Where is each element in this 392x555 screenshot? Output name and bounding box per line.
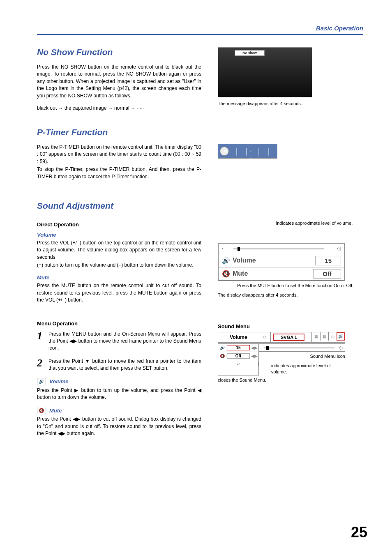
page-number: 25 xyxy=(351,524,367,541)
menu-mute-body: Press the Point ◀▶ button to cut off sou… xyxy=(37,416,201,437)
volume-osd: • •)) 🔊Volume 15 🔇Mute Off xyxy=(218,243,345,281)
sm-row-mute-arrows: ◀▶ xyxy=(250,354,258,358)
sm-track-speaker-icon: •)) xyxy=(339,345,343,350)
sm-icon-control: ⚙ xyxy=(259,332,271,342)
ptimer-colon: ·· xyxy=(249,148,251,161)
sound-menu-title: Sound Menu xyxy=(218,323,353,329)
sm-sound-icon: 🔊 xyxy=(337,332,345,341)
noshow-sequence: black out → the captured image → normal … xyxy=(37,105,201,111)
sm-row-exit-icon: ↵ xyxy=(218,362,258,366)
sound-heading: Sound Adjustment xyxy=(37,201,363,211)
noshow-caption: The message disappears after 4 seconds. xyxy=(218,101,353,107)
sm-icon1: ▦ xyxy=(312,332,320,341)
menu-volume-label: Volume xyxy=(49,378,68,385)
noshow-heading: No Show Function xyxy=(37,47,201,57)
step1-text: Press the MENU button and the On-Screen … xyxy=(48,331,201,352)
slider-thumb xyxy=(238,247,240,251)
mute-caption: Press the MUTE button to set the Mute fu… xyxy=(218,283,353,289)
ptimer-body1: Press the P-TIMER button on the remote c… xyxy=(37,144,201,165)
step2-num: 2 xyxy=(37,358,48,372)
header-title: Basic Operation xyxy=(37,25,363,32)
sm-row-vol-icon: 🔊 xyxy=(218,345,226,350)
osd-mute-icon: 🔇 xyxy=(222,270,230,278)
slider-track xyxy=(233,249,324,249)
sm-icon-label: Sound Menu icon xyxy=(259,353,345,359)
clock-icon xyxy=(220,147,229,156)
volume-label: Volume xyxy=(37,232,201,238)
sound-menu-osd: Volume ⚙ SVGA 1 ▦ ▦ ▭ 🔊 🔊 15 ◀▶ xyxy=(218,332,345,375)
noshow-body: Press the NO SHOW button on the remote c… xyxy=(37,64,201,99)
menu-op-title: Menu Operation xyxy=(37,320,201,327)
disappear-caption: The display disappears after 4 seconds. xyxy=(218,292,353,298)
noshow-osd-label: No show xyxy=(235,50,265,56)
ptimer-display: ｜｜ ·· ｜｜ xyxy=(218,144,277,159)
mute-label: Mute xyxy=(37,274,201,281)
sm-row-vol-val: 15 xyxy=(227,345,250,350)
sm-svga: SVGA 1 xyxy=(273,334,304,341)
osd-volume-value: 15 xyxy=(315,256,341,265)
noshow-preview: No show xyxy=(218,47,312,97)
sm-row-mute-val: Off xyxy=(227,353,250,359)
step1-num: 1 xyxy=(37,331,48,352)
osd-mute-label: Mute xyxy=(233,270,248,277)
menu-volume-body: Press the Point ▶ button to turn up the … xyxy=(37,387,201,401)
volume-icon: 🔊 xyxy=(37,378,46,385)
sm-row-mute-icon: 🔇 xyxy=(218,354,226,358)
sm-tab-volume: Volume xyxy=(218,332,259,342)
sm-icon3: ▭ xyxy=(328,332,337,341)
direct-op-title: Direct Operation xyxy=(37,221,201,228)
step2-text: Press the Point ▼ button to move the red… xyxy=(48,358,201,372)
sm-approx-label: indicates approximate level of volume. xyxy=(271,363,345,375)
sm-close-label: closes the Sound Menu. xyxy=(218,377,353,383)
ptimer-heading: P-Timer Function xyxy=(37,127,201,137)
menu-mute-label: Mute xyxy=(49,408,62,414)
volume-p1: Press the VOL (+/–) button on the top co… xyxy=(37,240,201,261)
speaker-small-icon: • xyxy=(222,246,224,251)
header-divider xyxy=(37,34,363,35)
mute-p1: Press the MUTE button on the remote cont… xyxy=(37,282,201,304)
osd-volume-icon: 🔊 xyxy=(222,257,230,265)
osd-volume-label: Volume xyxy=(233,257,256,264)
mute-icon: 🔇 xyxy=(37,407,46,414)
osd-mute-value: Off xyxy=(313,269,341,279)
volume-p2: (+) button to turn up the volume and (–)… xyxy=(37,262,201,269)
approx-label-top: indicates approximate level of volume. xyxy=(275,221,353,226)
sm-icon2: ▦ xyxy=(320,332,328,341)
sm-row-vol-arrows: ◀▶ xyxy=(250,345,258,350)
ptimer-digits-right: ｜｜ xyxy=(255,146,275,156)
speaker-big-icon: •)) xyxy=(337,246,341,251)
ptimer-body2: To stop the P-Timer, press the P-TIMER b… xyxy=(37,166,201,180)
